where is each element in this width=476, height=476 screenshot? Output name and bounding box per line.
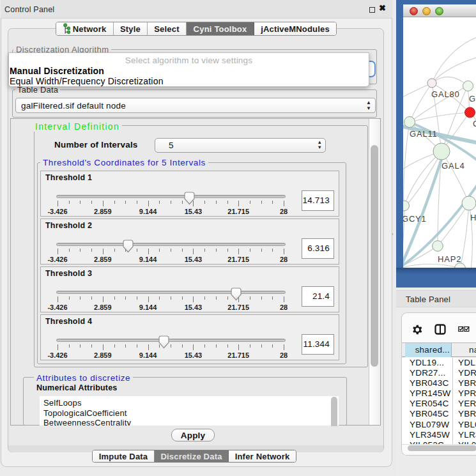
svg-text:GAL80: GAL80 [431, 89, 459, 99]
svg-text:GAL4: GAL4 [441, 161, 464, 171]
svg-text:GCY1: GCY1 [403, 214, 427, 224]
svg-text:C: C [473, 119, 476, 128]
svg-text:HAP2: HAP2 [438, 254, 461, 264]
svg-text:GAL11: GAL11 [410, 129, 438, 139]
svg-text:GA: GA [469, 94, 476, 104]
svg-text:HA: HA [470, 213, 476, 222]
